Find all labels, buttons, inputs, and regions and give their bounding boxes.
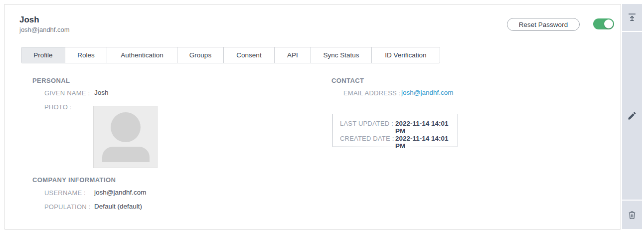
created-date-row: CREATED DATE : 2022-11-14 14:01 PM bbox=[340, 135, 451, 150]
collapse-top-icon bbox=[627, 12, 638, 23]
reset-password-button[interactable]: Reset Password bbox=[507, 18, 580, 31]
user-detail-card: Josh josh@jandhf.com Reset Password Prof… bbox=[4, 4, 621, 230]
tab-sync-status[interactable]: Sync Status bbox=[311, 47, 371, 63]
tab-api[interactable]: API bbox=[274, 47, 311, 63]
person-silhouette-icon bbox=[94, 106, 158, 168]
section-heading-company-information: COMPANY INFORMATION bbox=[32, 176, 116, 184]
photo-label: PHOTO : bbox=[44, 103, 72, 111]
tab-id-verification[interactable]: ID Verification bbox=[371, 47, 440, 63]
edit-icon bbox=[627, 111, 637, 121]
tab-roles[interactable]: Roles bbox=[65, 47, 107, 63]
tab-groups[interactable]: Groups bbox=[177, 47, 223, 63]
population-value: Default (default) bbox=[94, 203, 142, 210]
user-tabs: Profile Roles Authentication Groups Cons… bbox=[21, 47, 440, 63]
username-value: josh@jandhf.com bbox=[94, 189, 147, 196]
section-heading-contact: CONTACT bbox=[331, 77, 364, 84]
given-name-label: GIVEN NAME : bbox=[44, 89, 90, 97]
tab-consent[interactable]: Consent bbox=[223, 47, 274, 63]
toggle-knob bbox=[604, 19, 613, 28]
action-rail bbox=[622, 4, 642, 229]
edit-user-button[interactable] bbox=[622, 32, 642, 200]
timestamps-box: LAST UPDATED : 2022-11-14 14:01 PM CREAT… bbox=[332, 114, 458, 147]
created-date-label: CREATED DATE : bbox=[340, 135, 395, 142]
photo-placeholder[interactable] bbox=[93, 106, 158, 168]
username-label: USERNAME : bbox=[44, 189, 86, 197]
user-enabled-toggle[interactable] bbox=[593, 18, 614, 29]
given-name-value: Josh bbox=[94, 89, 109, 96]
last-updated-label: LAST UPDATED : bbox=[340, 120, 395, 127]
collapse-panel-button[interactable] bbox=[622, 4, 642, 31]
delete-user-button[interactable] bbox=[622, 201, 642, 229]
created-date-value: 2022-11-14 14:01 PM bbox=[395, 135, 451, 150]
tab-authentication[interactable]: Authentication bbox=[107, 47, 177, 63]
section-heading-personal: PERSONAL bbox=[32, 77, 70, 84]
population-label: POPULATION : bbox=[44, 203, 90, 211]
last-updated-row: LAST UPDATED : 2022-11-14 14:01 PM bbox=[340, 120, 451, 135]
page-title: Josh bbox=[19, 15, 39, 25]
last-updated-value: 2022-11-14 14:01 PM bbox=[395, 120, 451, 135]
tab-profile[interactable]: Profile bbox=[21, 47, 65, 63]
email-address-label: EMAIL ADDRESS : bbox=[343, 89, 401, 97]
email-address-link[interactable]: josh@jandhf.com bbox=[401, 89, 454, 96]
delete-icon bbox=[627, 210, 637, 220]
user-email-subtitle: josh@jandhf.com bbox=[19, 26, 70, 33]
